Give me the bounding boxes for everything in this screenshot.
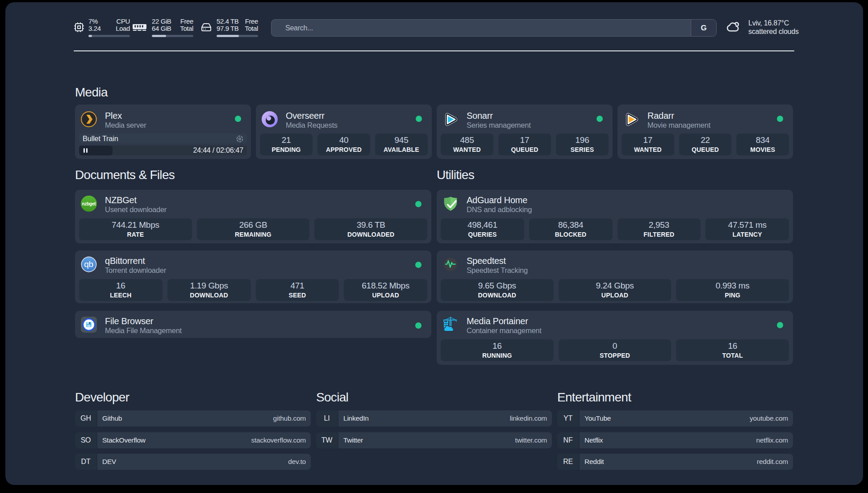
svg-text:qb: qb bbox=[84, 259, 93, 269]
svg-text:nzbget: nzbget bbox=[82, 201, 96, 206]
